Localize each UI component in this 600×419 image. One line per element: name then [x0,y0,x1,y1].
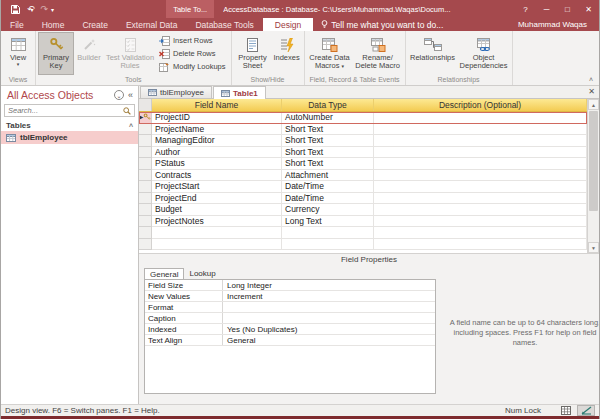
field-name-cell[interactable]: Budget [152,204,282,216]
data-type-cell[interactable]: Short Text [282,147,374,159]
design-view-button[interactable] [577,405,595,416]
description-cell[interactable] [374,227,587,239]
create-data-macros-button[interactable]: Create Data Macros ▾ [307,32,353,75]
description-cell[interactable] [374,216,587,228]
primary-key-button[interactable]: Primary Key [38,32,74,75]
undo-button[interactable]: ↶▾ [27,4,34,14]
description-cell[interactable] [374,181,587,193]
maximize-button[interactable]: □ [557,0,578,18]
modify-lookups-button[interactable]: Modify Lookups [159,61,226,72]
redo-button[interactable]: ↷ [41,4,49,14]
tab-file[interactable]: File [1,18,33,31]
row-selector[interactable] [139,147,152,159]
property-value[interactable]: Long Integer [223,280,435,290]
description-cell[interactable] [374,124,587,136]
field-name-cell[interactable]: ProjectID [152,112,282,124]
field-name-cell[interactable]: ProjectName [152,124,282,136]
description-cell[interactable] [374,158,587,170]
data-type-cell[interactable] [282,239,374,251]
tell-me-box[interactable]: Tell me what you want to do... [313,18,451,31]
property-value[interactable] [223,313,435,323]
row-selector[interactable] [139,227,152,239]
description-cell[interactable] [374,193,587,205]
field-name-cell[interactable]: PStatus [152,158,282,170]
data-type-cell[interactable] [282,227,374,239]
property-value[interactable] [223,302,435,312]
tab-external-data[interactable]: External Data [117,18,187,31]
tab-lookup[interactable]: Lookup [184,268,220,279]
tab-database-tools[interactable]: Database Tools [186,18,262,31]
field-name-cell[interactable]: Contracts [152,170,282,182]
row-selector[interactable] [139,216,152,228]
row-selector[interactable]: ▶ [139,112,152,124]
row-selector[interactable] [139,193,152,205]
row-selector[interactable] [139,170,152,182]
data-type-cell[interactable]: Long Text [282,216,374,228]
collapse-group-icon[interactable]: ˄ [129,122,133,129]
shutter-bar-close-icon[interactable]: « [128,90,133,100]
tab-design[interactable]: Design [263,18,313,31]
nav-item-tblemployee[interactable]: tblEmployee [1,131,138,144]
property-value[interactable]: Yes (No Duplicates) [223,324,435,334]
row-selector[interactable] [139,204,152,216]
field-name-cell[interactable] [152,227,282,239]
property-value[interactable]: Increment [223,291,435,301]
field-name-cell[interactable]: ProjectNotes [152,216,282,228]
field-name-cell[interactable] [152,239,282,251]
view-button[interactable]: View ▾ [3,32,33,75]
datasheet-view-button[interactable] [557,405,575,416]
row-selector[interactable] [139,124,152,136]
customize-qat-button[interactable]: ▾ [51,6,54,13]
collapse-ribbon-button[interactable]: ˄ [589,76,593,83]
data-type-cell[interactable]: Short Text [282,158,374,170]
delete-rows-button[interactable]: Delete Rows [159,48,226,59]
contextual-tab-table-tools[interactable]: Table To... [166,0,214,18]
data-type-cell[interactable]: Date/Time [282,193,374,205]
save-icon[interactable] [11,5,20,14]
nav-group-tables[interactable]: Tables ˄ [1,119,138,131]
relationships-button[interactable]: Relationships [408,32,458,75]
help-button[interactable]: ? [515,0,536,18]
data-type-cell[interactable]: Short Text [282,135,374,147]
rename-delete-macro-button[interactable]: Rename/ Delete Macro [353,32,403,75]
minimize-button[interactable]: ─ [536,0,557,18]
tab-home[interactable]: Home [33,18,74,31]
scrollbar-thumb[interactable] [589,111,598,211]
data-type-cell[interactable]: Currency [282,204,374,216]
close-button[interactable]: ✕ [578,0,599,18]
account-user-name[interactable]: Muhammad Waqas [518,18,599,31]
field-name-cell[interactable]: ManagingEditor [152,135,282,147]
data-type-cell[interactable]: Attachment [282,170,374,182]
field-name-cell[interactable]: ProjectStart [152,181,282,193]
data-type-cell[interactable]: AutoNumber [282,112,374,124]
row-selector[interactable] [139,158,152,170]
insert-rows-button[interactable]: Insert Rows [159,35,226,46]
indexes-button[interactable]: Indexes [272,32,302,75]
row-selector[interactable] [139,181,152,193]
field-name-cell[interactable]: ProjectEnd [152,193,282,205]
close-document-icon[interactable]: ✕ [588,87,595,96]
property-sheet-button[interactable]: Property Sheet [234,32,272,75]
description-cell[interactable] [374,239,587,251]
scroll-up-icon[interactable]: ▲ [588,99,599,110]
description-cell[interactable] [374,135,587,147]
description-cell[interactable] [374,170,587,182]
nav-menu-icon[interactable]: ⌄ [114,90,124,100]
description-cell[interactable] [374,204,587,216]
data-type-cell[interactable]: Date/Time [282,181,374,193]
tab-general[interactable]: General [144,268,184,279]
doc-tab-table1[interactable]: Table1 [213,86,266,99]
search-icon[interactable] [123,107,134,115]
scroll-down-icon[interactable]: ▼ [588,242,599,253]
property-value[interactable]: General [223,335,435,345]
field-name-cell[interactable]: Author [152,147,282,159]
object-dependencies-button[interactable]: Object Dependencies [458,32,510,75]
vertical-scrollbar[interactable]: ▲ ▼ [587,99,599,253]
tab-create[interactable]: Create [73,18,117,31]
row-selector[interactable] [139,239,152,251]
description-cell[interactable] [374,147,587,159]
row-selector[interactable] [139,135,152,147]
doc-tab-tblemployee[interactable]: tblEmployee [140,86,212,98]
description-cell[interactable] [374,112,587,124]
data-type-cell[interactable]: Short Text [282,124,374,136]
